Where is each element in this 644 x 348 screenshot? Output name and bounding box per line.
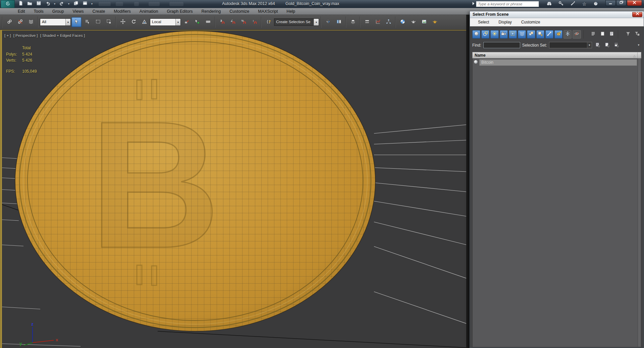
display-children-button[interactable] [589,30,597,39]
menu-customize[interactable]: Customize [225,8,254,15]
selection-filter-combo[interactable]: All▼ [40,18,71,26]
restore-button[interactable] [616,0,627,6]
display-xrefs-button[interactable] [536,30,544,39]
bitcoin-coin-object[interactable]: B [15,31,375,331]
list-scrollbar[interactable] [638,58,641,347]
dialog-menu-select[interactable]: Select [473,18,494,26]
display-lights-button[interactable] [490,30,498,39]
mirror[interactable] [323,17,333,27]
expand-options-button[interactable]: ▼ [637,44,640,47]
new-file-button[interactable] [17,0,24,7]
undo-dropdown[interactable]: ▼ [53,3,56,5]
display-geometry-button[interactable] [472,30,480,39]
dialog-title-bar[interactable]: Select From Scene [470,11,644,18]
menu-rendering[interactable]: Rendering [197,8,225,15]
search-history-chevron[interactable] [471,1,475,7]
chevron-down-icon[interactable]: ▼ [175,19,180,25]
unlink-selection[interactable] [15,17,25,27]
menu-animation[interactable]: Animation [135,8,163,15]
display-frozen-objects-button[interactable] [564,30,572,39]
workspace-button[interactable] [81,0,89,7]
select-invert-button[interactable] [613,42,621,49]
dialog-menu-customize[interactable]: Customize [517,18,545,26]
select-and-scale[interactable] [139,17,149,27]
scene-object-list[interactable]: Bitcoin [472,58,641,347]
curve-editor[interactable] [373,17,383,27]
reference-coordinate-system-combo[interactable]: Local▼ [150,18,181,26]
redo-button[interactable] [58,0,65,7]
scene-object-row[interactable]: Bitcoin [473,59,641,66]
selection-set-combo[interactable]: ▼ [549,42,592,48]
edit-named-selection-sets[interactable]: { } [263,17,273,27]
window-crossing-toggle[interactable] [104,17,114,27]
chevron-down-icon[interactable]: ▼ [314,19,319,25]
spinner-snap-toggle[interactable]: ↕ [249,17,259,27]
rectangular-selection-region[interactable] [93,17,103,27]
search-button[interactable] [545,1,553,7]
display-helpers-button[interactable] [509,30,517,39]
advanced-filter-button[interactable] [633,30,641,39]
subscription-key-button[interactable] [556,1,565,7]
align[interactable] [334,17,344,27]
render-setup[interactable] [408,17,418,27]
menu-maxscript[interactable]: MAXScript [254,8,282,15]
menu-help[interactable]: Help [282,8,300,15]
schematic-view[interactable] [383,17,393,27]
menu-group[interactable]: Group [48,8,68,15]
viewport-pov-menu[interactable]: [ Perspective ] [13,34,38,38]
named-selection-sets-combo[interactable]: Create Selection Se▼ [274,18,319,26]
display-space-warps-button[interactable] [518,30,526,39]
application-menu-button[interactable] [1,0,15,8]
material-editor[interactable] [397,17,408,27]
chevron-down-icon[interactable]: ▼ [65,19,70,25]
find-input[interactable] [483,42,520,48]
display-as-list-button[interactable] [598,30,606,39]
menu-tools[interactable]: Tools [30,8,48,15]
angle-snap-toggle[interactable]: ∠ [228,17,238,27]
infocenter-search-input[interactable] [476,1,539,7]
select-and-link[interactable] [4,17,14,27]
open-file-button[interactable] [26,0,33,7]
bind-to-space-warp[interactable] [26,17,36,27]
select-and-rotate[interactable] [128,17,139,27]
display-cameras-button[interactable] [500,30,508,39]
menu-edit[interactable]: Edit [13,8,30,15]
menu-create[interactable]: Create [88,8,110,15]
display-details-button[interactable] [607,30,615,39]
favorites-button[interactable]: ☆ [580,1,589,7]
rendered-frame-window[interactable] [419,17,429,27]
select-and-manipulate[interactable] [192,17,202,27]
close-button[interactable] [627,0,642,6]
dialog-menu-display[interactable]: Display [494,18,516,26]
display-shapes-button[interactable] [481,30,489,39]
viewport-shading-menu[interactable]: [ Shaded + Edged Faces ] [40,34,85,38]
graphite-modeling-tools[interactable] [362,17,372,27]
select-all-button[interactable] [594,42,602,49]
menu-graph-editors[interactable]: Graph Editors [162,8,197,15]
layer-manager[interactable] [348,17,358,27]
dialog-close-button[interactable] [632,12,642,17]
display-groups-button[interactable] [527,30,535,39]
snaps-toggle-3d[interactable]: 3 [217,17,227,27]
render-production[interactable] [430,17,440,27]
select-object[interactable] [71,17,82,27]
name-column-header[interactable]: Name △ [472,52,641,58]
display-hidden-objects-button[interactable] [573,30,581,39]
filter-combinations-button[interactable] [624,30,632,39]
select-and-move[interactable] [118,17,128,27]
keyboard-shortcut-override-toggle[interactable] [203,17,213,27]
select-by-name[interactable] [82,17,92,27]
use-pivot-point-center[interactable] [181,17,192,27]
communication-center-button[interactable] [568,1,577,7]
perspective-viewport[interactable]: B z x y [ + ] [ Perspect [0,30,466,348]
project-folder-button[interactable] [72,0,79,7]
minimize-button[interactable] [605,0,616,6]
display-containers-button[interactable] [554,30,562,39]
display-bones-button[interactable] [545,30,553,39]
undo-button[interactable] [44,0,51,7]
menu-modifiers[interactable]: Modifiers [109,8,135,15]
save-file-button[interactable] [35,0,42,7]
viewport-general-menu[interactable]: [ + ] [4,34,11,38]
infocenter-help-button[interactable]: ? [592,1,600,7]
select-none-button[interactable] [603,42,611,49]
